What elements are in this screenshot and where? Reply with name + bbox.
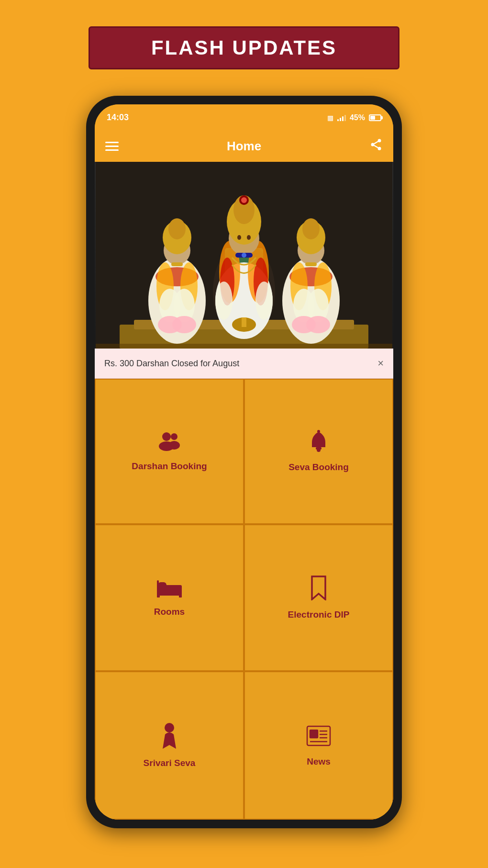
phone-frame: 14:03 ▩ 45% Home bbox=[86, 96, 402, 828]
person-icon bbox=[160, 723, 178, 752]
svg-line-4 bbox=[374, 142, 378, 144]
svg-rect-65 bbox=[179, 595, 182, 597]
notification-bar: Rs. 300 Darshan Closed for August × bbox=[95, 349, 393, 379]
phone-screen: 14:03 ▩ 45% Home bbox=[95, 104, 393, 820]
svg-point-38 bbox=[242, 253, 246, 258]
flash-banner-text: FLASH UPDATES bbox=[151, 36, 337, 59]
share-icon[interactable] bbox=[369, 138, 383, 155]
svg-point-20 bbox=[172, 316, 196, 333]
svg-point-49 bbox=[302, 218, 320, 239]
menu-grid: Darshan Booking Seva Booking bbox=[95, 379, 393, 820]
newspaper-icon bbox=[306, 724, 331, 751]
svg-rect-53 bbox=[96, 344, 392, 349]
svg-line-3 bbox=[374, 146, 378, 148]
bed-icon bbox=[156, 578, 183, 601]
svg-point-2 bbox=[378, 147, 381, 150]
svg-point-29 bbox=[255, 282, 273, 320]
svg-point-17 bbox=[168, 218, 186, 239]
news-label: News bbox=[307, 756, 331, 767]
flash-banner: FLASH UPDATES bbox=[89, 26, 399, 69]
menu-cell-seva-booking[interactable]: Seva Booking bbox=[244, 379, 393, 524]
header-title: Home bbox=[227, 139, 261, 154]
svg-rect-50 bbox=[305, 262, 317, 266]
svg-rect-40 bbox=[242, 317, 246, 327]
svg-point-55 bbox=[171, 433, 177, 440]
menu-cell-electronic-dip[interactable]: Electronic DIP bbox=[244, 524, 393, 672]
signal-bars bbox=[337, 114, 346, 121]
notification-text: Rs. 300 Darshan Closed for August bbox=[104, 359, 239, 369]
svg-point-28 bbox=[215, 282, 233, 320]
svg-point-54 bbox=[162, 432, 171, 441]
app-header: Home bbox=[95, 131, 393, 162]
svg-rect-63 bbox=[158, 582, 166, 588]
svg-point-35 bbox=[237, 235, 241, 240]
menu-cell-news[interactable]: News bbox=[244, 671, 393, 820]
svg-point-57 bbox=[168, 441, 180, 450]
hero-image bbox=[95, 162, 393, 349]
bookmark-icon bbox=[309, 575, 328, 604]
hamburger-menu-icon[interactable] bbox=[105, 142, 119, 151]
svg-point-1 bbox=[371, 143, 375, 147]
svg-point-59 bbox=[317, 448, 321, 452]
rooms-label: Rooms bbox=[154, 607, 185, 617]
darshan-booking-label: Darshan Booking bbox=[132, 461, 207, 472]
people-icon bbox=[157, 431, 182, 455]
svg-rect-18 bbox=[171, 262, 183, 266]
svg-rect-66 bbox=[157, 580, 159, 596]
svg-point-34 bbox=[241, 197, 247, 203]
status-bar: 14:03 ▩ 45% bbox=[95, 104, 393, 131]
bell-icon bbox=[308, 430, 329, 456]
sim-icon: ▩ bbox=[327, 114, 333, 122]
svg-point-67 bbox=[165, 723, 174, 733]
seva-booking-label: Seva Booking bbox=[288, 462, 349, 473]
menu-cell-srivari-seva[interactable]: Srivari Seva bbox=[95, 671, 244, 820]
svg-rect-60 bbox=[317, 430, 320, 433]
battery-icon bbox=[369, 114, 381, 121]
svg-point-36 bbox=[247, 235, 251, 240]
battery-percent: 45% bbox=[350, 113, 365, 122]
svg-rect-69 bbox=[310, 730, 318, 738]
menu-cell-darshan-booking[interactable]: Darshan Booking bbox=[95, 379, 244, 524]
srivari-seva-label: Srivari Seva bbox=[144, 758, 196, 768]
electronic-dip-label: Electronic DIP bbox=[288, 609, 350, 620]
svg-point-52 bbox=[306, 316, 330, 333]
menu-cell-rooms[interactable]: Rooms bbox=[95, 524, 244, 672]
svg-point-0 bbox=[378, 139, 381, 142]
notification-close-button[interactable]: × bbox=[377, 357, 384, 370]
status-time: 14:03 bbox=[107, 113, 129, 123]
